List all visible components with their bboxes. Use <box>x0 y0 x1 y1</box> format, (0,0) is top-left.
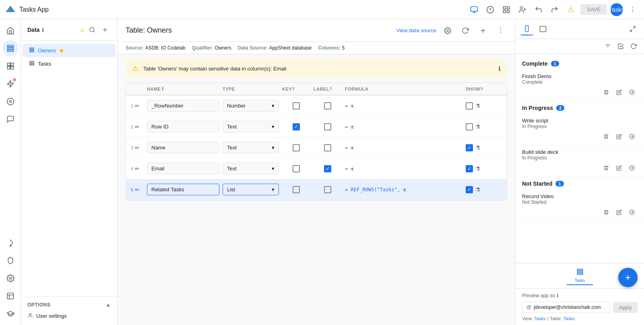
sidebar-item-home[interactable] <box>2 23 19 39</box>
redo-icon[interactable] <box>548 3 561 16</box>
col-show-checkbox-2[interactable] <box>466 123 473 130</box>
col-show-checkbox-3[interactable] <box>466 144 473 151</box>
show-flask-icon-2[interactable]: ⚗ <box>475 124 481 130</box>
preview-icon[interactable] <box>468 3 481 16</box>
task-edit-icon-4[interactable] <box>613 207 625 218</box>
col-name-input-5[interactable] <box>147 184 219 195</box>
show-flask-icon-1[interactable]: ⚗ <box>475 103 481 109</box>
col-type-select-1[interactable]: Number ▾ <box>223 100 279 112</box>
rp-refresh-icon[interactable] <box>628 41 639 52</box>
formula-flask-icon-4[interactable]: ⚗ <box>350 166 353 172</box>
col-type-select-2[interactable]: Text ▾ <box>223 121 279 132</box>
col-show-checkbox-1[interactable] <box>466 102 473 110</box>
nav-tab-tasks[interactable]: Tasks <box>567 267 593 285</box>
col-label-checkbox-4[interactable] <box>324 165 331 172</box>
col-key-checkbox-3[interactable] <box>293 144 300 151</box>
sidebar-item-actions[interactable] <box>2 93 19 110</box>
table-more-icon[interactable]: ⋮ <box>494 24 507 37</box>
task-delete-icon-2[interactable] <box>601 131 612 142</box>
preview-email-icon: @ <box>526 304 531 310</box>
rp-filter-icon[interactable] <box>602 41 613 52</box>
sidebar-item-automation[interactable] <box>2 76 19 92</box>
formula-flask-icon-5[interactable]: ⚗ <box>402 186 406 193</box>
sidebar-item-chat[interactable] <box>2 111 19 127</box>
undo-icon[interactable] <box>532 3 545 16</box>
avatar[interactable]: Tasks <box>610 3 623 16</box>
task-navigate-icon[interactable] <box>626 87 638 98</box>
view-datasource-button[interactable]: View data source <box>396 27 437 33</box>
col-key-checkbox-1[interactable] <box>293 102 300 110</box>
col-label-checkbox-5[interactable] <box>324 186 331 193</box>
row-edit-icon-3[interactable]: ✏ <box>135 145 140 151</box>
formula-flask-icon-2[interactable]: ⚗ <box>350 124 353 130</box>
user-settings-item[interactable]: User settings <box>27 310 111 322</box>
sidebar-item-settings[interactable] <box>2 270 19 286</box>
sidebar-item-analytics[interactable] <box>2 288 19 304</box>
formula-flask-icon-1[interactable]: ⚗ <box>350 103 353 109</box>
show-flask-icon-3[interactable]: ⚗ <box>475 145 481 151</box>
data-item-tasks[interactable]: Tasks <box>23 57 116 70</box>
warning-icon[interactable]: ⚠ <box>564 3 577 16</box>
col-label-checkbox-1[interactable] <box>324 102 331 110</box>
col-type-select-4[interactable]: Text ▾ <box>223 163 279 174</box>
show-flask-icon-4[interactable]: ⚗ <box>475 166 481 172</box>
task-edit-icon[interactable] <box>613 87 625 98</box>
more-icon[interactable]: ⋮ <box>626 3 639 16</box>
task-delete-icon[interactable] <box>601 87 612 98</box>
rp-check-icon[interactable] <box>615 41 626 52</box>
expand-icon[interactable] <box>626 23 639 35</box>
task-navigate-icon-2[interactable] <box>626 131 638 142</box>
col-show-checkbox-4[interactable] <box>466 165 473 172</box>
apply-button[interactable]: Apply <box>613 302 638 313</box>
col-name-input-3[interactable] <box>147 142 219 153</box>
col-name-input-1[interactable] <box>147 100 219 112</box>
table-settings-icon[interactable] <box>441 24 454 37</box>
task-delete-icon-3[interactable] <box>601 162 612 174</box>
table-tasks-link[interactable]: Tasks <box>564 316 575 321</box>
task-edit-icon-3[interactable] <box>613 162 625 174</box>
svg-rect-2 <box>471 6 478 11</box>
fab-add-button[interactable]: + <box>618 268 638 287</box>
data-item-owners[interactable]: Owners <box>23 44 116 57</box>
row-edit-icon-1[interactable]: ✏ <box>135 103 140 109</box>
task-navigate-icon-4[interactable] <box>626 207 638 218</box>
table-add-icon[interactable] <box>477 24 489 37</box>
mobile-view-icon[interactable] <box>520 23 533 35</box>
col-label-checkbox-2[interactable] <box>324 123 331 130</box>
options-toggle[interactable]: OPTIONS ▲ <box>27 300 111 310</box>
view-tasks-link[interactable]: Tasks <box>535 316 546 321</box>
tablet-view-icon[interactable] <box>537 23 549 35</box>
sidebar-item-data[interactable] <box>2 40 19 56</box>
row-edit-icon-2[interactable]: ✏ <box>135 124 140 130</box>
sidebar-item-learn[interactable] <box>2 306 19 322</box>
col-name-input-2[interactable] <box>147 121 219 132</box>
data-search-icon[interactable] <box>87 24 98 35</box>
help-icon[interactable] <box>484 3 497 16</box>
sidebar-item-views[interactable] <box>2 58 19 74</box>
col-type-select-3[interactable]: Text ▾ <box>223 142 279 153</box>
row-edit-icon-5[interactable]: ✏ <box>135 186 140 193</box>
data-info-icon[interactable]: ℹ <box>42 27 44 33</box>
grid-icon[interactable] <box>500 3 513 16</box>
col-key-checkbox-4[interactable] <box>293 165 300 172</box>
col-show-checkbox-5[interactable] <box>466 186 473 193</box>
preview-info-icon[interactable]: ℹ <box>557 293 559 298</box>
save-button[interactable]: SAVE <box>580 4 607 15</box>
task-edit-icon-2[interactable] <box>613 131 625 142</box>
table-refresh-icon[interactable] <box>459 24 472 37</box>
col-label-checkbox-3[interactable] <box>324 144 331 151</box>
col-type-select-5[interactable]: List ▾ <box>223 184 279 195</box>
warning-banner-info-icon[interactable]: ℹ <box>498 65 501 72</box>
row-edit-icon-4[interactable]: ✏ <box>135 166 140 172</box>
show-flask-icon-5[interactable]: ⚗ <box>475 186 481 193</box>
sidebar-item-security[interactable] <box>2 253 19 269</box>
col-key-checkbox-2[interactable] <box>293 123 300 130</box>
col-key-checkbox-5[interactable] <box>293 186 300 193</box>
col-name-input-4[interactable] <box>147 163 219 174</box>
person-add-icon[interactable] <box>516 3 529 16</box>
sidebar-item-ideas[interactable] <box>2 235 19 251</box>
task-delete-icon-4[interactable] <box>601 207 612 218</box>
formula-flask-icon-3[interactable]: ⚗ <box>350 145 353 151</box>
task-navigate-icon-3[interactable] <box>626 162 638 174</box>
data-add-icon[interactable] <box>99 24 111 35</box>
